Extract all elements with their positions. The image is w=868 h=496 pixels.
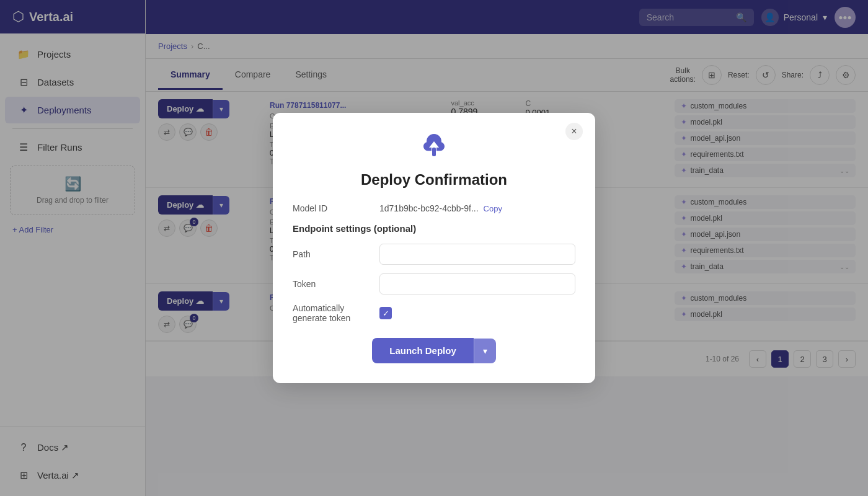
launch-deploy-button[interactable]: Launch Deploy [372, 338, 474, 363]
modal-overlay: × Deploy Confirmation Model ID 1d71b9bc-… [0, 0, 868, 496]
svg-rect-0 [432, 148, 436, 156]
model-id-value: 1d71b9bc-bc92-4cbb-9f... [379, 203, 479, 213]
token-field: Token [293, 273, 575, 294]
path-field: Path [293, 244, 575, 265]
token-input[interactable] [379, 273, 575, 294]
auto-token-checkbox[interactable]: ✓ [379, 307, 392, 319]
model-id-value-container: 1d71b9bc-bc92-4cbb-9f... Copy [379, 203, 575, 213]
token-label: Token [293, 279, 379, 289]
endpoint-section-title: Endpoint settings (optional) [293, 223, 575, 234]
model-id-field: Model ID 1d71b9bc-bc92-4cbb-9f... Copy [293, 203, 575, 213]
modal-header: Deploy Confirmation [293, 133, 575, 188]
path-label: Path [293, 249, 379, 259]
checkbox-check-icon: ✓ [383, 309, 389, 318]
model-id-label: Model ID [293, 203, 379, 213]
launch-deploy-arrow[interactable]: ▾ [474, 339, 496, 363]
copy-button[interactable]: Copy [484, 204, 502, 213]
launch-btn-group: Launch Deploy ▾ [293, 338, 575, 363]
path-input[interactable] [379, 244, 575, 265]
cloud-upload-icon [418, 133, 450, 165]
modal-close-button[interactable]: × [565, 123, 583, 140]
deploy-confirmation-modal: × Deploy Confirmation Model ID 1d71b9bc-… [273, 113, 595, 383]
auto-token-label: Automatically generate token [293, 303, 379, 323]
modal-title: Deploy Confirmation [361, 171, 507, 188]
